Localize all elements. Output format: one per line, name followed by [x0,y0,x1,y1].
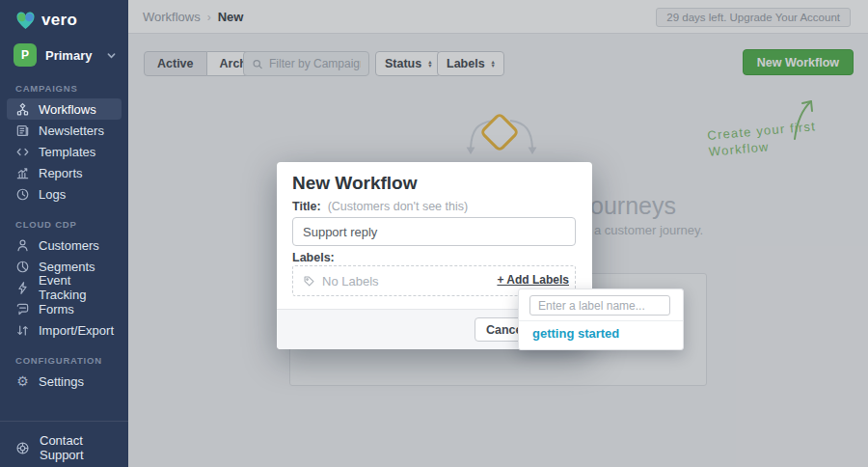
sidebar-item-settings[interactable]: ⚙ Settings [7,371,122,392]
title-field-hint: (Customers don't see this) [328,200,469,213]
chevron-down-icon [106,50,117,61]
contact-support-link[interactable]: Contact Support [0,422,128,462]
tag-icon [303,275,315,288]
sidebar-item-label: Reports [39,166,83,180]
account-switcher[interactable]: P Primary [12,41,119,69]
logo-text: vero [41,11,77,30]
sidebar-item-label: Templates [39,145,95,159]
add-labels-popover: getting started [518,288,684,350]
sidebar-item-label: Segments [39,260,95,274]
sidebar-item-customers[interactable]: Customers [7,234,122,256]
forms-icon [15,302,30,316]
section-label-campaigns: CAMPAIGNS [15,83,113,94]
segments-icon [15,260,30,274]
sidebar-item-label: Customers [39,238,99,253]
sidebar-footer: Contact Support ? [0,421,128,467]
event-tracking-icon [15,281,30,295]
import-export-icon [15,323,30,338]
account-name: Primary [45,48,106,63]
sidebar-item-label: Import/Export [39,323,114,338]
vero-logo[interactable]: vero [0,0,128,34]
app-window: vero P Primary CAMPAIGNS Workflows Newsl… [0,0,868,467]
section-label-configuration: CONFIGURATION [15,355,113,366]
title-field-label: Title: [292,200,321,213]
label-suggestion-getting-started[interactable]: getting started [532,326,619,341]
sidebar-item-label: Forms [39,302,74,316]
add-labels-link[interactable]: + Add Labels [497,273,569,287]
gear-icon: ⚙ [15,374,30,389]
sidebar-item-logs[interactable]: Logs [7,183,122,205]
sidebar-item-workflows[interactable]: Workflows [7,98,122,120]
sidebar-item-label: Newsletters [39,124,104,138]
sidebar-item-event-tracking[interactable]: Event Tracking [7,277,122,298]
vero-heart-icon [15,12,36,30]
sidebar-bottom-icons: ? [0,462,128,467]
label-name-input[interactable] [529,295,670,316]
sidebar-item-templates[interactable]: Templates [7,141,122,162]
section-label-cloud-cdp: CLOUD CDP [15,219,113,230]
templates-icon [15,145,30,159]
sidebar-item-label: Settings [39,374,84,389]
modal-title: New Workflow [292,173,418,194]
life-ring-icon [15,441,30,455]
workflows-icon [15,102,30,117]
sidebar-item-newsletters[interactable]: Newsletters [7,120,122,141]
newsletters-icon [15,124,30,138]
title-field-row: Title: (Customers don't see this) [292,200,468,213]
customers-icon [15,238,30,253]
sidebar-item-label: Event Tracking [39,273,113,302]
reports-icon [15,166,30,180]
workflow-title-input[interactable] [292,217,576,246]
labels-field-label: Labels: [292,251,335,264]
sidebar-item-label: Logs [39,187,66,202]
contact-support-label: Contact Support [40,433,128,462]
sidebar: vero P Primary CAMPAIGNS Workflows Newsl… [0,0,128,467]
sidebar-item-reports[interactable]: Reports [7,162,122,183]
sidebar-item-import-export[interactable]: Import/Export [7,319,122,341]
popover-divider [519,320,683,321]
logs-icon [15,187,30,202]
account-avatar: P [14,43,37,67]
sidebar-item-label: Workflows [39,102,96,117]
